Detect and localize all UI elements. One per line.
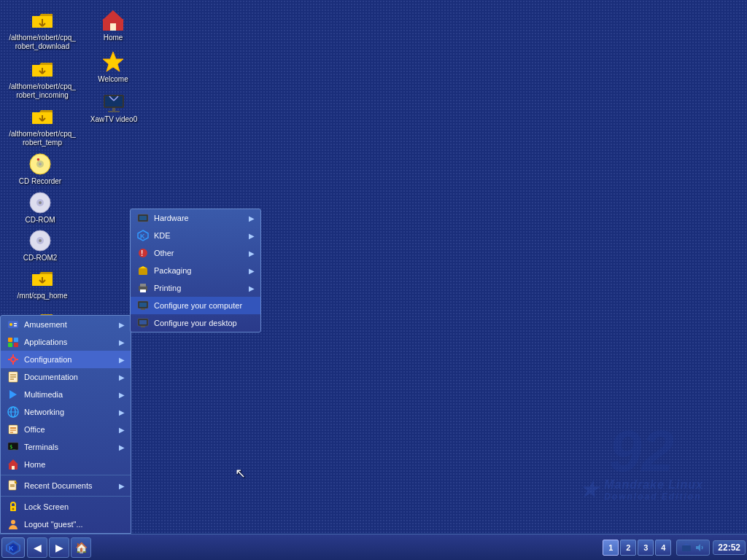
terminals-arrow: ▶	[119, 443, 125, 451]
submenu-printing[interactable]: Printing ▶	[131, 279, 260, 297]
amusement-icon	[7, 318, 20, 331]
networking-arrow: ▶	[119, 408, 125, 416]
submenu-kde[interactable]: K KDE ▶	[131, 227, 260, 244]
desktop-icon-incoming[interactable]: /althome/robert/cpq_robert_incoming	[6, 55, 79, 103]
menu-separator-2	[1, 496, 131, 497]
desktop-icon-cd-rom2[interactable]: CD-ROM2	[11, 226, 69, 265]
desktop-icon-welcome[interactable]: Welcome	[88, 47, 139, 87]
svg-point-47	[9, 323, 12, 326]
submenu-configure-desktop[interactable]: Configure your desktop	[131, 314, 260, 332]
menu-item-documentation[interactable]: Documentation ▶	[1, 368, 131, 386]
packaging-arrow: ▶	[249, 267, 255, 275]
systray-network-icon[interactable]	[681, 542, 692, 553]
svg-rect-103	[682, 545, 691, 551]
svg-rect-75	[12, 466, 15, 470]
xawtv-label: XawTV video0	[90, 115, 137, 124]
svg-marker-105	[696, 544, 700, 551]
svg-marker-1	[102, 10, 124, 20]
recent-docs-label: Recent Documents	[24, 481, 119, 490]
documentation-arrow: ▶	[119, 373, 125, 381]
recent-docs-arrow: ▶	[119, 482, 125, 490]
svg-marker-73	[8, 459, 18, 464]
recent-docs-icon	[7, 479, 20, 492]
workspace-4[interactable]: 4	[655, 540, 671, 556]
multimedia-arrow: ▶	[119, 391, 125, 399]
configuration-icon	[7, 353, 20, 366]
mouse-cursor: ↖	[235, 465, 246, 481]
workspace-3[interactable]: 3	[638, 540, 654, 556]
menu-item-applications[interactable]: Applications ▶	[1, 333, 131, 351]
menu-item-multimedia[interactable]: Multimedia ▶	[1, 386, 131, 403]
menu-item-terminals[interactable]: $_ Terminals ▶	[1, 438, 131, 456]
workspace-1[interactable]: 1	[603, 540, 619, 556]
configure-computer-label: Configure your computer	[154, 301, 255, 310]
menu-item-office[interactable]: Office ▶	[1, 421, 131, 438]
kde-arrow: ▶	[249, 232, 255, 240]
desktop-icon-xawtv[interactable]: XawTV video0	[86, 88, 142, 127]
cpq-home-label: /mnt/cpq_home	[18, 292, 68, 300]
menu-item-configuration[interactable]: Configuration ▶	[1, 351, 131, 368]
home-label: Home	[104, 34, 123, 42]
packaging-label: Packaging	[154, 266, 249, 275]
kde-icon: K	[136, 229, 150, 242]
networking-label: Networking	[24, 408, 119, 416]
printing-icon	[136, 281, 150, 295]
home-menu-icon	[7, 458, 20, 471]
folder-icon-temp	[31, 105, 54, 128]
svg-point-81	[12, 508, 15, 510]
svg-rect-99	[141, 326, 145, 327]
lock-screen-label: Lock Screen	[24, 502, 125, 511]
taskbar-home-btn[interactable]: 🏠	[71, 537, 91, 558]
desktop-icon-home[interactable]: Home	[88, 6, 139, 45]
configuration-arrow: ▶	[119, 356, 125, 364]
xawtv-icon	[102, 90, 125, 114]
desktop-icon-cd-rom[interactable]: CD-ROM	[11, 188, 69, 228]
menu-item-logout[interactable]: Logout "guest"...	[1, 516, 131, 533]
taskbar-back-btn[interactable]: ◀	[27, 537, 47, 558]
desktop-icon-cpq-home[interactable]: /mnt/cpq_home	[6, 264, 79, 303]
applications-label: Applications	[24, 338, 119, 346]
configuration-submenu: Hardware ▶ K KDE ▶ ! Other ▶ Packaging ▶	[130, 209, 261, 332]
submenu-packaging[interactable]: Packaging ▶	[131, 262, 260, 279]
taskbar: K ◀ ▶ 🏠 1 2 3 4 22:52	[0, 534, 747, 560]
submenu-other[interactable]: ! Other ▶	[131, 244, 260, 262]
home-menu-label: Home	[24, 460, 125, 469]
desktop-icon-temp[interactable]: /althome/robert/cpq_robert_temp	[6, 102, 79, 150]
systray-sound-icon[interactable]	[694, 542, 705, 553]
cd-rom2-label: CD-ROM2	[23, 254, 58, 262]
menu-item-home[interactable]: Home	[1, 456, 131, 473]
taskbar-forward-btn[interactable]: ▶	[49, 537, 69, 558]
submenu-hardware[interactable]: Hardware ▶	[131, 209, 260, 227]
svg-rect-95	[139, 303, 147, 307]
menu-item-lock-screen[interactable]: Lock Screen	[1, 498, 131, 516]
folder-icon-download	[31, 9, 54, 32]
hardware-icon	[136, 211, 150, 225]
other-icon: !	[136, 246, 150, 260]
office-icon	[7, 423, 20, 436]
submenu-configure-computer[interactable]: Configure your computer	[131, 297, 260, 314]
workspace-2[interactable]: 2	[620, 540, 636, 556]
desktop-icon-download[interactable]: /althome/robert/cpq_robert_download	[6, 6, 79, 54]
taskbar-clock[interactable]: 22:52	[713, 540, 746, 555]
desktop-icon-cd-recorder[interactable]: ● CD Recorder	[11, 149, 69, 189]
hardware-label: Hardware	[154, 214, 249, 222]
printing-arrow: ▶	[249, 284, 255, 292]
cd-rom-icon	[28, 191, 52, 214]
svg-rect-92	[140, 284, 146, 287]
terminals-label: Terminals	[24, 443, 119, 451]
svg-rect-50	[8, 338, 12, 342]
start-button[interactable]: K	[1, 537, 25, 558]
welcome-label: Welcome	[98, 75, 128, 84]
menu-item-amusement[interactable]: Amusement ▶	[1, 316, 131, 333]
documentation-label: Documentation	[24, 373, 119, 381]
menu-item-networking[interactable]: Networking ▶	[1, 403, 131, 421]
menu-item-recent-docs[interactable]: Recent Documents ▶	[1, 477, 131, 494]
svg-text:K: K	[140, 233, 145, 240]
applications-arrow: ▶	[119, 338, 125, 346]
folder-icon-cpq-home	[31, 267, 54, 290]
welcome-icon	[101, 50, 125, 74]
workspace-switcher: 1 2 3 4	[602, 540, 672, 556]
documentation-icon	[7, 370, 20, 384]
home-icon	[101, 9, 125, 32]
office-arrow: ▶	[119, 426, 125, 434]
